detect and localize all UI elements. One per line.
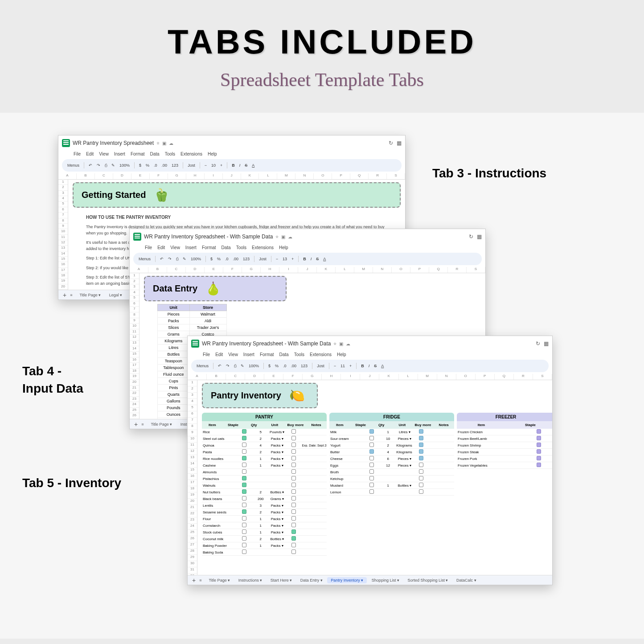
table-row[interactable]: Milk1Litres ▾ (329, 429, 454, 435)
table-row[interactable]: Frozen Shrimp (457, 442, 552, 449)
toolbar[interactable]: Menus ↶↷ ⎙✎ 100% $%.0.00123 Jost −10+ BI… (62, 159, 402, 172)
column-header[interactable]: ABCDEFGHIJKLMNOPQRS (188, 374, 552, 380)
menu-item[interactable]: Insert (243, 352, 254, 357)
menu-item[interactable]: File (203, 352, 210, 357)
freezer-list[interactable]: Frozen ChickenFrozen Beef/LambFrozen Shr… (457, 429, 552, 556)
folder-icon[interactable]: ▣ (162, 141, 166, 146)
table-row[interactable]: Black beans200Grams ▾ (202, 496, 327, 502)
table-row[interactable]: Frozen Beef/Lamb (457, 435, 552, 442)
table-row[interactable]: Quinoa4Packs ▾Exp. Date: Sept 28, 2024 (202, 442, 327, 449)
table-row[interactable]: Baking Powder1Packs ▾ (202, 542, 327, 549)
star-icon[interactable]: ☆ (156, 141, 160, 145)
toolbar[interactable]: Menus ↶↷⎙✎ 100% $%.0.00123 Jost −13+ BIS… (133, 253, 482, 265)
menu-item[interactable]: Edit (215, 352, 223, 357)
menu-bar[interactable]: FileEditViewInsertFormatDataToolsExtensi… (58, 151, 405, 158)
table-row[interactable]: Broth (329, 469, 454, 476)
column-header[interactable]: ABCDEFGHIJKLMNOPQRS (58, 173, 405, 180)
table-row[interactable]: Stock cubes1Packs ▾ (202, 529, 327, 536)
menu-item[interactable]: File (74, 152, 81, 156)
table-row[interactable]: Frozen Pork (457, 455, 552, 462)
menu-item[interactable]: Tools (294, 352, 304, 357)
menu-item[interactable]: Tools (236, 245, 246, 250)
menu-item[interactable]: Data (150, 152, 160, 156)
doc-name[interactable]: WR Pantry Inventory Spreadsheet - With S… (144, 234, 273, 240)
menu-item[interactable]: Help (208, 152, 217, 156)
history-icon[interactable]: ↻ (469, 234, 473, 240)
menu-item[interactable]: View (170, 245, 180, 250)
menu-item[interactable]: Insert (114, 152, 125, 156)
pantry-list[interactable]: Rice5Pounds ▾Steel cut oats2Packs ▾Quino… (202, 429, 327, 556)
row-header[interactable]: 1234567891011121314151617181920212223242… (188, 380, 197, 585)
menu-item[interactable]: Extensions (180, 152, 202, 156)
fridge-list[interactable]: Milk1Litres ▾Sour cream10Pieces ▾Yogurt2… (329, 429, 454, 556)
sheet-tab[interactable]: Title Page ▾ (147, 421, 176, 427)
sheet-tab[interactable]: Title Page ▾ (205, 577, 234, 583)
undo-icon[interactable]: ↶ (89, 163, 92, 168)
table-row[interactable]: Sour cream10Pieces ▾ (329, 435, 454, 442)
add-sheet-icon[interactable]: + (192, 577, 196, 584)
menu-item[interactable]: Help (337, 352, 346, 357)
menu-item[interactable]: Edit (86, 152, 94, 156)
table-row[interactable]: Cheese6Pieces ▾ (329, 455, 454, 462)
menu-item[interactable]: Format (260, 352, 274, 357)
table-row[interactable]: Walnuts (202, 482, 327, 489)
menu-bar[interactable]: FileEditViewInsertFormatDataToolsExtensi… (130, 244, 485, 252)
doc-name[interactable]: WR Pantry Inventory Spreadsheet (73, 140, 154, 146)
table-row[interactable]: Cornstarch1Packs ▾ (202, 522, 327, 529)
sheet-tab[interactable]: Data Entry ▾ (297, 577, 326, 583)
table-row[interactable]: Pasta2Packs ▾ (202, 449, 327, 455)
menu-item[interactable]: File (145, 245, 152, 250)
inventory-grid[interactable]: PANTRY FRIDGE FREEZER ItemStapleQtyUnitB… (197, 411, 552, 558)
table-row[interactable]: Butter4Kilograms ▾ (329, 449, 454, 455)
table-row[interactable]: Frozen Chicken (457, 429, 552, 435)
paint-icon[interactable]: ✎ (111, 163, 115, 168)
table-row[interactable]: Cashew1Packs ▾ (202, 462, 327, 469)
all-sheets-icon[interactable]: ≡ (70, 293, 72, 297)
menu-item[interactable]: Edit (157, 245, 165, 250)
menu-item[interactable]: Tools (165, 152, 175, 156)
grid-icon[interactable]: ▦ (477, 234, 482, 240)
doc-name[interactable]: WR Pantry Inventory Spreadsheet - With S… (202, 340, 331, 347)
star-icon[interactable]: ☆ (275, 235, 279, 239)
sheet-tab[interactable]: Sorted Shopping List ▾ (404, 577, 451, 583)
menu-bar[interactable]: FileEditViewInsertFormatDataToolsExtensi… (188, 351, 552, 359)
table-row[interactable]: Rice noodles1Packs ▾ (202, 455, 327, 462)
table-row[interactable]: Rice5Pounds ▾ (202, 429, 327, 435)
all-sheets-icon[interactable]: ≡ (199, 578, 201, 582)
history-icon[interactable]: ↻ (389, 140, 393, 146)
sheet-tab[interactable]: Title Page ▾ (76, 292, 104, 298)
table-row[interactable]: Nut butters2Bottles ▾ (202, 489, 327, 496)
table-row[interactable]: Pistachios (202, 476, 327, 482)
cloud-icon[interactable]: ☁ (346, 341, 350, 346)
row-header[interactable]: 1234567891011121314151617181920212223242… (130, 273, 139, 429)
menu-item[interactable]: Insert (185, 245, 197, 250)
row-header[interactable]: 12345678910111213141516171819202122 (58, 180, 68, 300)
redo-icon[interactable]: ↷ (97, 163, 100, 168)
menu-item[interactable]: Format (131, 152, 145, 156)
history-icon[interactable]: ↻ (536, 340, 540, 347)
sheet-tab[interactable]: Start Here ▾ (267, 577, 296, 583)
table-row[interactable]: Eggs12Pieces ▾ (329, 462, 454, 469)
table-row[interactable]: Mustard1Bottles ▾ (329, 482, 454, 489)
table-row[interactable]: Yogurt2Kilograms ▾ (329, 442, 454, 449)
table-row[interactable]: Frozen Steak (457, 449, 552, 455)
menu-item[interactable]: Help (279, 245, 288, 250)
menu-item[interactable]: Extensions (252, 245, 274, 250)
menu-item[interactable]: View (99, 152, 109, 156)
table-row[interactable]: Coconut milk2Bottles ▾ (202, 536, 327, 542)
table-row[interactable]: Almonds (202, 469, 327, 476)
menu-item[interactable]: Format (202, 245, 216, 250)
table-row[interactable]: Flour1Packs ▾ (202, 516, 327, 522)
cloud-icon[interactable]: ☁ (288, 234, 292, 239)
grid-icon[interactable]: ▦ (397, 140, 402, 146)
sheet-tab[interactable]: DataCalc ▾ (453, 577, 480, 583)
folder-icon[interactable]: ▣ (281, 234, 285, 239)
menu-item[interactable]: Data (279, 352, 289, 357)
tab-strip[interactable]: + ≡ Title Page ▾ Instructions ▾ Start He… (188, 575, 552, 585)
sheet-tab[interactable]: Instructions ▾ (235, 577, 266, 583)
table-row[interactable]: Ketchup (329, 476, 454, 482)
all-sheets-icon[interactable]: ≡ (141, 422, 144, 427)
font[interactable]: Jost (188, 163, 195, 168)
sheet-tab[interactable]: Legal ▾ (106, 292, 126, 298)
add-sheet-icon[interactable]: + (63, 291, 66, 299)
